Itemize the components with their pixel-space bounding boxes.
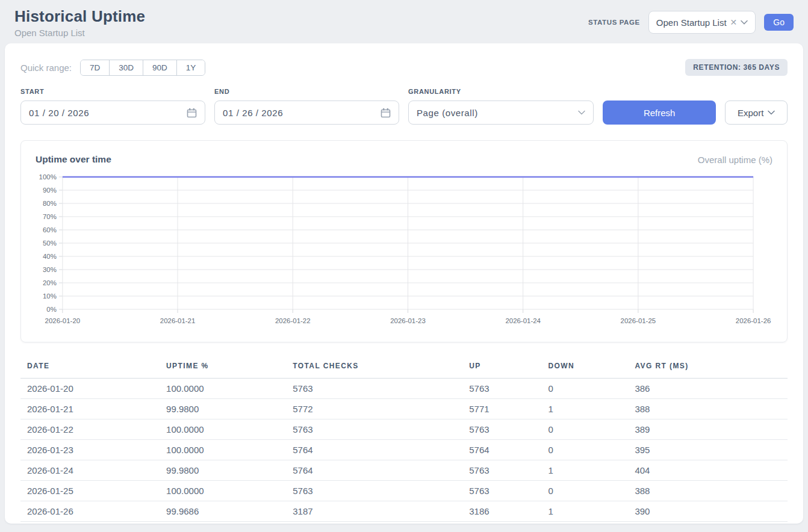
- header-controls: STATUS PAGE Open Startup List ✕ Go: [588, 11, 794, 34]
- calendar-icon[interactable]: [381, 108, 391, 118]
- granularity-label: GRANULARITY: [408, 88, 594, 95]
- chevron-down-icon: [768, 110, 775, 115]
- table-cell: 388: [635, 399, 788, 419]
- status-page-select[interactable]: Open Startup List ✕: [648, 11, 756, 34]
- svg-text:10%: 10%: [43, 292, 57, 300]
- quick-range-7d[interactable]: 7D: [81, 60, 109, 75]
- table-cell: 5763: [293, 419, 469, 440]
- start-date-field: START 01 / 20 / 2026: [20, 88, 205, 125]
- quick-range-group: 7D30D90D1Y: [80, 60, 205, 76]
- table-cell: 99.9800: [166, 399, 293, 419]
- table-row: 2026-01-2699.9686318731861390: [20, 501, 788, 522]
- svg-text:2026-01-23: 2026-01-23: [390, 317, 426, 324]
- quick-range-90d[interactable]: 90D: [143, 60, 176, 75]
- end-date-input[interactable]: 01 / 26 / 2026: [214, 101, 399, 125]
- historical-uptime-page: Historical Uptime Open Startup List STAT…: [0, 0, 808, 532]
- page-header: Historical Uptime Open Startup List STAT…: [0, 0, 808, 43]
- svg-text:100%: 100%: [39, 173, 57, 181]
- quick-range-label: Quick range:: [20, 63, 72, 73]
- table-cell: 0: [548, 379, 635, 399]
- table-cell: 5771: [469, 399, 548, 419]
- page-title: Historical Uptime: [14, 7, 145, 26]
- table-cell: 1: [548, 399, 635, 419]
- chevron-down-icon: [741, 20, 748, 25]
- table-row: 2026-01-25100.0000576357630388: [20, 481, 788, 501]
- table-cell: 2026-01-25: [20, 481, 166, 501]
- table-cell: 0: [548, 481, 635, 501]
- uptime-chart-card: Uptime over time Overall uptime (%) 100%…: [20, 140, 788, 342]
- table-cell: 0: [548, 440, 635, 460]
- table-cell: 3186: [469, 501, 548, 522]
- table-cell: 2026-01-22: [20, 419, 166, 440]
- uptime-table: DATEUPTIME %TOTAL CHECKSUPDOWNAVG RT (MS…: [20, 357, 788, 522]
- chart-title: Uptime over time: [36, 154, 111, 165]
- svg-text:2026-01-22: 2026-01-22: [275, 317, 311, 324]
- table-row: 2026-01-23100.0000576457640395: [20, 440, 788, 460]
- header-titles: Historical Uptime Open Startup List: [14, 7, 145, 38]
- svg-text:2026-01-20: 2026-01-20: [45, 317, 81, 324]
- chart-legend-label: Overall uptime (%): [698, 155, 772, 165]
- start-label: START: [20, 88, 205, 95]
- filters-row: START 01 / 20 / 2026 END 01 / 26 / 2026 …: [20, 88, 788, 125]
- start-date-input[interactable]: 01 / 20 / 2026: [20, 101, 205, 125]
- table-cell: 99.9686: [166, 501, 293, 522]
- end-label: END: [214, 88, 399, 95]
- svg-text:2026-01-21: 2026-01-21: [160, 317, 196, 324]
- page-subtitle: Open Startup List: [14, 28, 145, 38]
- export-button[interactable]: Export: [725, 101, 788, 125]
- table-cell: 1: [548, 460, 635, 481]
- svg-text:30%: 30%: [43, 266, 57, 273]
- export-button-label: Export: [738, 108, 763, 118]
- quick-range-1y[interactable]: 1Y: [176, 60, 205, 75]
- svg-text:0%: 0%: [46, 306, 57, 313]
- end-date-field: END 01 / 26 / 2026: [214, 88, 399, 125]
- table-cell: 100.0000: [166, 440, 293, 460]
- table-cell: 5763: [293, 379, 469, 399]
- table-header-row: DATEUPTIME %TOTAL CHECKSUPDOWNAVG RT (MS…: [20, 357, 788, 379]
- svg-text:2026-01-25: 2026-01-25: [621, 317, 656, 324]
- svg-text:2026-01-24: 2026-01-24: [505, 317, 541, 324]
- table-row: 2026-01-20100.0000576357630386: [20, 379, 788, 399]
- status-page-selected-value: Open Startup List: [656, 17, 727, 28]
- table-cell: 5763: [469, 481, 548, 501]
- table-cell: 3187: [293, 501, 469, 522]
- table-cell: 5764: [293, 460, 469, 481]
- quick-range-30d[interactable]: 30D: [109, 60, 143, 75]
- svg-text:80%: 80%: [43, 200, 57, 207]
- table-row: 2026-01-2499.9800576457631404: [20, 460, 788, 481]
- table-cell: 100.0000: [166, 481, 293, 501]
- table-cell: 100.0000: [166, 379, 293, 399]
- table-cell: 2026-01-26: [20, 501, 166, 522]
- quick-range-row: Quick range: 7D30D90D1Y RETENTION: 365 D…: [20, 59, 788, 76]
- main-panel: Quick range: 7D30D90D1Y RETENTION: 365 D…: [5, 43, 803, 524]
- table-cell: 5763: [293, 481, 469, 501]
- table-cell: 5772: [293, 399, 469, 419]
- svg-text:90%: 90%: [43, 187, 57, 194]
- table-cell: 0: [548, 419, 635, 440]
- table-cell: 5764: [469, 440, 548, 460]
- table-row: 2026-01-2199.9800577257711388: [20, 399, 788, 419]
- svg-text:60%: 60%: [43, 226, 57, 234]
- column-header: AVG RT (MS): [635, 357, 788, 379]
- table-cell: 5763: [469, 460, 548, 481]
- svg-text:50%: 50%: [43, 240, 57, 247]
- start-date-value: 01 / 20 / 2026: [29, 108, 89, 118]
- retention-badge: RETENTION: 365 DAYS: [685, 59, 788, 76]
- table-cell: 2026-01-23: [20, 440, 166, 460]
- granularity-select[interactable]: Page (overall): [408, 101, 594, 125]
- refresh-button[interactable]: Refresh: [603, 101, 716, 125]
- uptime-line-chart: 100%90%80%70%60%50%40%30%20%10%0%2026-01…: [36, 172, 772, 330]
- svg-text:40%: 40%: [43, 253, 57, 260]
- column-header: TOTAL CHECKS: [293, 357, 469, 379]
- table-cell: 1: [548, 501, 635, 522]
- status-page-label: STATUS PAGE: [588, 19, 640, 26]
- calendar-icon[interactable]: [187, 108, 197, 118]
- table-cell: 2026-01-24: [20, 460, 166, 481]
- table-cell: 100.0000: [166, 419, 293, 440]
- table-cell: 5763: [469, 379, 548, 399]
- column-header: UPTIME %: [166, 357, 293, 379]
- svg-text:2026-01-26: 2026-01-26: [736, 317, 771, 324]
- clear-selection-icon[interactable]: ✕: [730, 18, 738, 26]
- go-button[interactable]: Go: [764, 14, 794, 31]
- table-cell: 5764: [293, 440, 469, 460]
